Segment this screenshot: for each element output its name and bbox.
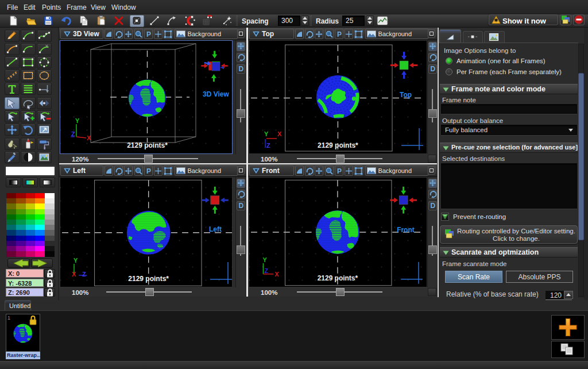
svg-text:Y: Y [74,257,78,264]
svg-text:Left: Left [209,225,222,233]
svg-text:D: D [431,65,436,73]
svg-text:P: P [337,30,342,39]
svg-text:Top: Top [400,91,412,99]
svg-text:D: D [239,65,244,73]
svg-text:Z: Z [264,267,268,274]
svg-text:Y: Y [264,130,269,137]
svg-text:Y: Y [75,117,80,124]
svg-text:Z: Z [71,130,75,137]
svg-text:P: P [146,167,151,175]
svg-text:Front: Front [397,226,415,234]
svg-text:2129 points*: 2129 points* [318,274,358,282]
svg-text:Z: Z [82,271,86,278]
svg-text:2129 points*: 2129 points* [318,141,358,149]
svg-text:X: X [277,130,282,137]
svg-text:2129 points*: 2129 points* [128,275,169,283]
svg-text:X: X [87,134,91,141]
svg-text:Y: Y [262,256,267,263]
svg-text:P: P [146,30,151,39]
svg-text:Z: Z [266,142,270,149]
svg-text:3D View: 3D View [203,90,229,98]
svg-text:P: P [337,167,342,175]
svg-text:X: X [72,271,76,278]
svg-text:D: D [239,202,244,210]
svg-text:X: X [274,271,279,278]
svg-text:2129 points*: 2129 points* [127,141,168,149]
svg-text:D: D [431,202,436,210]
